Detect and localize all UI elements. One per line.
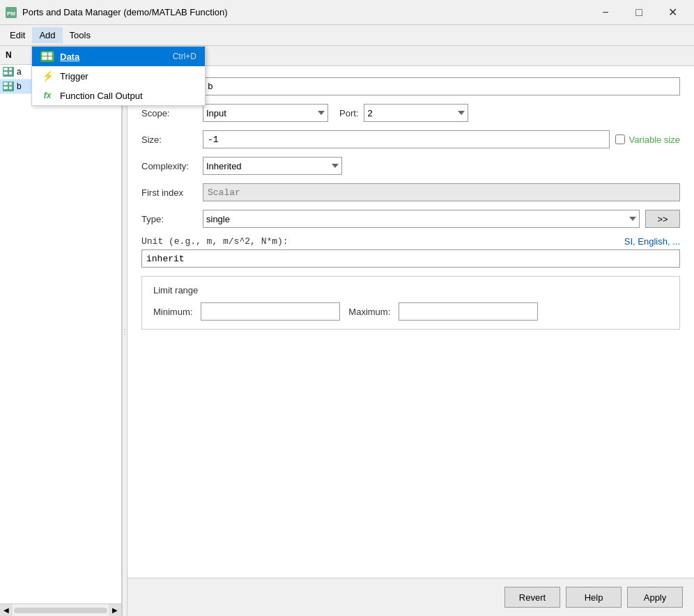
name-row: Name: [141,77,680,95]
form-area: Name: Scope: Input Output Local Paramete… [128,66,694,578]
revert-button[interactable]: Revert [504,587,560,608]
menu-tools[interactable]: Tools [63,27,98,43]
trigger-item-label: Trigger [60,71,88,82]
window-title: Ports and Data Manager (demo/MATLAB Func… [22,7,589,17]
svg-text:PM: PM [7,10,15,17]
function-call-item-label: Function Call Output [60,91,143,101]
unit-label-row: Unit (e.g., m, m/s^2, N*m): SI, English,… [141,236,680,247]
minimum-label: Minimum: [153,307,192,317]
data-shortcut: Ctrl+D [173,52,196,61]
maximum-input[interactable] [399,302,538,321]
close-button[interactable]: ✕ [656,2,688,23]
minimize-button[interactable]: − [589,2,622,23]
main-content: N c a Input 1 [0,46,694,616]
type-row: Type: single double int8 int16 int32 int… [141,210,680,228]
detail-tabs: Description [128,46,694,66]
maximum-label: Maximum: [348,307,390,317]
type-label: Type: [141,214,197,224]
variable-size-label: Variable size [629,134,680,145]
minimum-input[interactable] [201,302,340,321]
unit-link[interactable]: SI, English, ... [624,236,680,247]
svg-rect-8 [3,68,8,70]
menu-bar: Edit Add Tools Data Ctrl+D ⚡ Trigger [0,25,694,46]
limit-range-title: Limit range [153,285,668,295]
title-bar: PM Ports and Data Manager (demo/MATLAB F… [0,0,694,25]
hscroll-left-btn[interactable]: ◀ [0,604,13,617]
menu-edit[interactable]: Edit [3,27,32,43]
app-icon: PM [6,7,17,18]
sidebar: N c a Input 1 [0,46,122,616]
svg-rect-5 [48,56,52,60]
size-label: Size: [141,134,197,145]
scope-select[interactable]: Input Output Local Parameter [203,104,328,122]
scope-row: Scope: Input Output Local Parameter Port… [141,104,680,122]
type-arrow-button[interactable]: >> [645,210,680,228]
window-controls: − □ ✕ [589,2,688,23]
maximize-button[interactable]: □ [623,2,655,23]
size-row: Size: Variable size [141,130,680,148]
complexity-row: Complexity: Inherited real complex [141,157,680,175]
fx-icon: fx [40,90,54,101]
limit-row: Minimum: Maximum: [153,302,668,321]
menu-add[interactable]: Add [32,27,62,43]
trigger-icon: ⚡ [40,70,54,82]
menu-function-call-item[interactable]: fx Function Call Output [32,86,205,105]
menu-data-item[interactable]: Data Ctrl+D [32,47,205,66]
port-select[interactable]: 1 2 3 [364,104,468,122]
variable-size-row: Variable size [615,134,680,145]
complexity-label: Complexity: [141,161,197,171]
svg-rect-15 [9,86,12,89]
svg-rect-9 [3,72,8,75]
row-a-icon [3,67,14,77]
svg-rect-12 [3,82,8,85]
resize-handle[interactable]: ⋮ [122,46,128,616]
svg-rect-10 [9,68,12,70]
row-b-icon [3,82,14,91]
unit-label: Unit (e.g., m, m/s^2, N*m): [141,236,288,247]
data-item-label: Data [60,52,79,62]
first-index-input[interactable] [203,183,680,201]
svg-rect-4 [48,52,52,56]
port-label: Port: [339,108,358,118]
svg-rect-14 [9,82,12,85]
hscroll-track [14,608,107,613]
unit-input[interactable] [141,249,680,268]
menu-trigger-item[interactable]: ⚡ Trigger [32,66,205,86]
apply-button[interactable]: Apply [627,587,683,608]
variable-size-checkbox[interactable] [615,134,625,144]
svg-rect-2 [42,52,47,56]
type-select[interactable]: single double int8 int16 int32 int64 uin… [203,210,640,228]
complexity-select[interactable]: Inherited real complex [203,157,342,175]
size-input[interactable] [203,130,610,148]
sidebar-rows: a Input 1 b Input 2 [0,65,121,603]
name-input[interactable] [203,77,680,95]
sidebar-hscroll: ◀ ▶ [0,603,121,616]
svg-rect-13 [3,86,8,89]
bottom-bar: Revert Help Apply [128,578,694,616]
limit-range-box: Limit range Minimum: Maximum: [141,276,680,330]
svg-rect-3 [42,56,47,60]
help-button[interactable]: Help [566,587,622,608]
data-icon [40,51,54,62]
hscroll-right-btn[interactable]: ▶ [109,604,121,617]
svg-rect-11 [9,72,12,75]
add-dropdown: Data Ctrl+D ⚡ Trigger fx Function Call O… [31,46,206,106]
first-index-row: First index [141,183,680,201]
first-index-label: First index [141,187,197,198]
detail-panel: Description Name: Scope: Input Output Lo… [128,46,694,616]
scope-label: Scope: [141,108,197,118]
